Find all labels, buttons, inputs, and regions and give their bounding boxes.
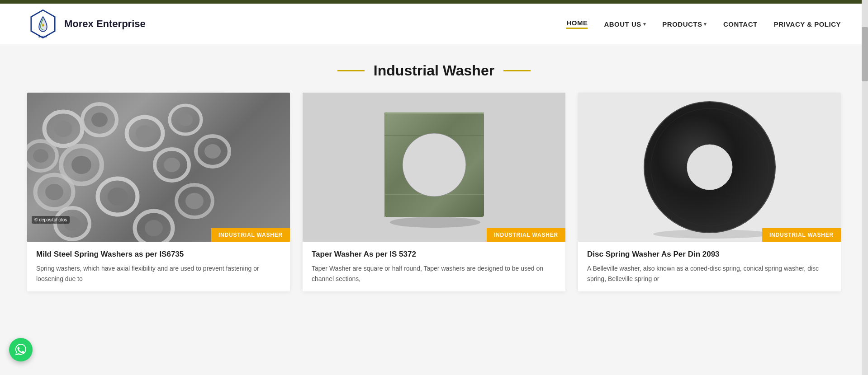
product-badge-2: INDUSTRIAL WASHER bbox=[487, 228, 565, 242]
product-card-3[interactable]: INDUSTRIAL WASHER Disc Spring Washer As … bbox=[578, 93, 841, 291]
product-desc-2: Taper Washer are square or half round, T… bbox=[312, 263, 556, 284]
svg-point-30 bbox=[390, 217, 480, 228]
product-image-2: INDUSTRIAL WASHER bbox=[303, 93, 565, 242]
product-badge-1: INDUSTRIAL WASHER bbox=[211, 228, 290, 242]
main-nav: HOME ABOUT US ▾ PRODUCTS ▾ CONTACT PRIVA… bbox=[566, 19, 841, 29]
product-desc-3: A Belleville washer, also known as a con… bbox=[587, 263, 832, 284]
nav-contact[interactable]: CONTACT bbox=[723, 20, 758, 28]
logo-icon: MOREX bbox=[27, 8, 59, 40]
nav-home[interactable]: HOME bbox=[566, 19, 588, 29]
product-card-1[interactable]: © depositphotos INDUSTRIAL WASHER Mild S… bbox=[27, 93, 290, 291]
product-name-3: Disc Spring Washer As Per Din 2093 bbox=[587, 250, 832, 259]
title-line-right bbox=[503, 70, 531, 71]
svg-point-11 bbox=[164, 158, 180, 172]
scrollbar-thumb[interactable] bbox=[862, 27, 868, 81]
logo-area[interactable]: MOREX Morex Enterprise bbox=[27, 8, 146, 40]
product-image-3: INDUSTRIAL WASHER bbox=[578, 93, 841, 242]
products-chevron-icon: ▾ bbox=[704, 21, 707, 27]
disc-washer-visual bbox=[578, 93, 841, 242]
logo-text: Morex Enterprise bbox=[64, 18, 146, 30]
products-section: © depositphotos INDUSTRIAL WASHER Mild S… bbox=[0, 93, 868, 309]
svg-point-9 bbox=[71, 156, 91, 174]
svg-point-5 bbox=[91, 112, 108, 127]
about-chevron-icon: ▾ bbox=[643, 21, 646, 27]
svg-point-27 bbox=[204, 144, 221, 159]
page-title-section: Industrial Washer bbox=[0, 44, 868, 93]
svg-point-17 bbox=[185, 193, 204, 209]
products-grid: © depositphotos INDUSTRIAL WASHER Mild S… bbox=[27, 93, 841, 291]
svg-point-36 bbox=[403, 133, 466, 197]
taper-washer-visual bbox=[303, 93, 565, 242]
product-name-2: Taper Washer As per IS 5372 bbox=[312, 250, 556, 259]
product-card-2[interactable]: INDUSTRIAL WASHER Taper Washer As per IS… bbox=[303, 93, 565, 291]
header: MOREX Morex Enterprise HOME ABOUT US ▾ P… bbox=[0, 4, 868, 44]
page-title: Industrial Washer bbox=[374, 62, 494, 79]
product-info-2: Taper Washer As per IS 5372 Taper Washer… bbox=[303, 242, 565, 291]
svg-point-13 bbox=[45, 184, 63, 200]
svg-point-3 bbox=[54, 121, 72, 137]
scrollbar[interactable] bbox=[862, 0, 868, 309]
page-title-wrapper: Industrial Washer bbox=[9, 62, 859, 79]
svg-point-7 bbox=[136, 125, 154, 141]
svg-point-23 bbox=[178, 113, 193, 126]
title-line-left bbox=[337, 70, 365, 71]
depositphotos-watermark: © depositphotos bbox=[32, 216, 70, 224]
svg-point-15 bbox=[108, 188, 128, 206]
product-name-1: Mild Steel Spring Washers as per IS6735 bbox=[36, 250, 281, 259]
svg-point-43 bbox=[687, 145, 732, 190]
svg-point-21 bbox=[145, 220, 163, 236]
product-image-1: © depositphotos INDUSTRIAL WASHER bbox=[27, 93, 290, 242]
product-desc-1: Spring washers, which have axial flexibi… bbox=[36, 263, 281, 284]
nav-about[interactable]: ABOUT US ▾ bbox=[604, 20, 646, 28]
svg-point-25 bbox=[33, 149, 48, 163]
product-badge-3: INDUSTRIAL WASHER bbox=[762, 228, 841, 242]
top-bar bbox=[0, 0, 868, 4]
nav-products[interactable]: PRODUCTS ▾ bbox=[662, 20, 707, 28]
product-info-3: Disc Spring Washer As Per Din 2093 A Bel… bbox=[578, 242, 841, 291]
nav-privacy[interactable]: PRIVACY & POLICY bbox=[774, 20, 841, 28]
product-info-1: Mild Steel Spring Washers as per IS6735 … bbox=[27, 242, 290, 291]
svg-text:MOREX: MOREX bbox=[38, 35, 47, 38]
